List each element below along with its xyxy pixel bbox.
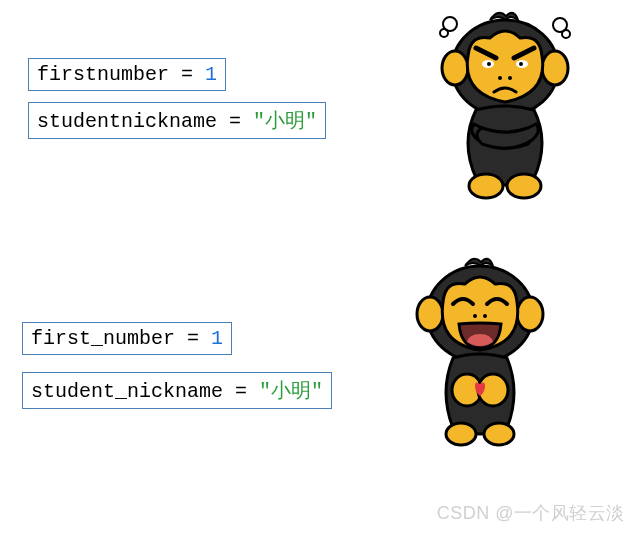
value-string: "小明" bbox=[259, 380, 323, 403]
svg-point-13 bbox=[469, 174, 503, 198]
equals-sign: = bbox=[217, 110, 253, 133]
variable-name: student_nickname bbox=[31, 380, 223, 403]
svg-point-3 bbox=[562, 30, 570, 38]
svg-point-6 bbox=[542, 51, 568, 85]
variable-name: firstnumber bbox=[37, 63, 169, 86]
svg-point-1 bbox=[440, 29, 448, 37]
code-line-bad-2: studentnickname = "小明" bbox=[28, 102, 326, 139]
svg-point-18 bbox=[473, 314, 477, 318]
value-number: 1 bbox=[211, 327, 223, 350]
svg-point-19 bbox=[483, 314, 487, 318]
equals-sign: = bbox=[223, 380, 259, 403]
svg-point-11 bbox=[498, 76, 502, 80]
equals-sign: = bbox=[169, 63, 205, 86]
svg-point-22 bbox=[446, 423, 476, 445]
code-line-bad-1: firstnumber = 1 bbox=[28, 58, 226, 91]
variable-name: studentnickname bbox=[37, 110, 217, 133]
angry-monkey-icon bbox=[428, 6, 583, 201]
svg-point-5 bbox=[442, 51, 468, 85]
svg-point-8 bbox=[487, 62, 491, 66]
variable-name: first_number bbox=[31, 327, 175, 350]
svg-point-10 bbox=[519, 62, 523, 66]
code-line-good-1: first_number = 1 bbox=[22, 322, 232, 355]
equals-sign: = bbox=[175, 327, 211, 350]
svg-point-14 bbox=[507, 174, 541, 198]
watermark-text: CSDN @一个风轻云淡 bbox=[437, 501, 625, 525]
svg-point-16 bbox=[417, 297, 443, 331]
code-line-good-2: student_nickname = "小明" bbox=[22, 372, 332, 409]
value-number: 1 bbox=[205, 63, 217, 86]
happy-monkey-icon bbox=[403, 252, 558, 447]
svg-point-23 bbox=[484, 423, 514, 445]
svg-point-17 bbox=[517, 297, 543, 331]
value-string: "小明" bbox=[253, 110, 317, 133]
svg-point-12 bbox=[508, 76, 512, 80]
